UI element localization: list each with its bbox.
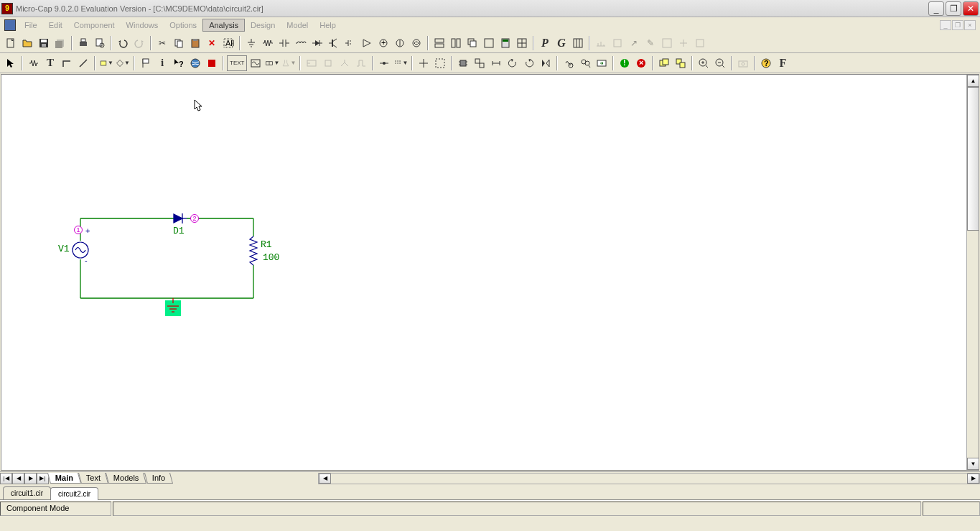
mdi-minimize-button[interactable]: _ [940,20,951,30]
tab-nav-first[interactable]: |◀ [0,473,12,484]
run-icon[interactable]: ! [617,55,633,71]
zoom-in-icon[interactable] [696,55,711,71]
scroll-down-button[interactable]: ▼ [967,458,979,470]
copy-icon[interactable] [171,35,187,51]
g-button[interactable]: G [554,35,569,51]
select-all-icon[interactable]: All [220,35,236,51]
stop-icon[interactable] [204,55,220,71]
menu-help[interactable]: Help [314,19,342,31]
minimize-button[interactable]: _ [928,1,944,16]
menu-options[interactable]: Options [164,19,202,31]
tab-models[interactable]: Models [106,473,146,484]
grid-window-icon[interactable] [570,35,586,51]
mdi-close-button[interactable]: × [964,20,976,30]
menu-file[interactable]: File [19,19,43,31]
p-button[interactable]: P [537,35,553,51]
info-icon[interactable]: i [154,55,170,71]
crosshair-icon[interactable] [416,55,431,71]
menu-model[interactable]: Model [281,19,314,31]
help-cursor-icon[interactable]: ? [171,55,187,71]
branch-icon[interactable] [337,55,353,71]
camera-icon[interactable] [735,55,751,71]
shape-diamond-icon[interactable]: ▼ [115,55,131,71]
rotate-cw-icon[interactable] [521,55,537,71]
menu-windows[interactable]: Windows [121,19,164,31]
menu-analysis[interactable]: Analysis [202,19,245,32]
source-v-icon[interactable]: + [375,35,391,51]
measure-icon[interactable]: ▼ [264,55,280,71]
paste-icon[interactable] [187,35,203,51]
print-icon[interactable] [75,35,91,51]
undo-icon[interactable] [115,35,131,51]
open-file-icon[interactable] [19,35,35,51]
dimension-icon[interactable] [488,55,504,71]
connector-icon[interactable] [376,55,392,71]
capacitor-icon[interactable] [276,35,292,51]
globe-icon[interactable] [187,55,203,71]
print-preview-icon[interactable] [92,35,108,51]
flask-icon[interactable]: ▼ [281,55,297,71]
close-button[interactable]: ✕ [963,1,979,16]
dots-icon[interactable]: ▼ [393,55,409,71]
stack-icon[interactable] [673,55,689,71]
save-icon[interactable] [36,35,52,51]
scroll-thumb[interactable] [967,87,979,231]
tab-nav-prev[interactable]: ◀ [12,473,24,484]
group-icon[interactable] [472,55,487,71]
file-tab-circuit1[interactable]: circuit1.cir [3,486,51,499]
menu-component[interactable]: Component [68,19,121,31]
cut-icon[interactable]: ✂ [154,35,170,51]
select-mode-icon[interactable] [3,55,19,71]
copy-block-icon[interactable] [656,55,672,71]
vertical-scrollbar[interactable]: ▲ ▼ [966,75,979,470]
opamp-icon[interactable] [359,35,375,51]
mosfet-icon[interactable] [342,35,358,51]
flag-icon[interactable] [138,55,154,71]
tab-nav-last[interactable]: ▶| [37,473,49,484]
schematic-canvas[interactable]: + - 1 2 V1 D1 R1 100 ▲ [1,74,979,471]
rotate-ccw-icon[interactable] [505,55,521,71]
battery-icon[interactable] [409,35,424,51]
new-file-icon[interactable] [3,35,19,51]
tab-nav-next[interactable]: ▶ [24,473,37,484]
save-all-icon[interactable] [52,35,68,51]
menu-edit[interactable]: Edit [43,19,68,31]
npn-icon[interactable] [326,35,342,51]
text-mode-icon[interactable]: T [42,55,58,71]
scroll-right-button[interactable]: ▶ [967,474,979,484]
ground-icon[interactable] [243,35,259,51]
tab-main[interactable]: Main [47,473,81,484]
chip-icon[interactable] [455,55,471,71]
flip-icon[interactable] [538,55,554,71]
source-i-icon[interactable] [392,35,408,51]
font-icon[interactable]: F [775,55,790,71]
calculator-icon[interactable] [498,35,513,51]
text-label-icon[interactable]: TEXT [227,55,247,71]
page-bounds-icon[interactable] [432,55,448,71]
file-tab-circuit2[interactable]: circuit2.cir [50,487,98,500]
window-max-icon[interactable] [481,35,497,51]
maximize-button[interactable]: ❐ [946,1,961,16]
delete-icon[interactable]: ✕ [204,35,220,51]
scroll-up-button[interactable]: ▲ [967,75,979,87]
scroll-left-button[interactable]: ◀ [319,474,331,484]
grid-icon[interactable] [514,35,530,51]
mdi-restore-button[interactable]: ❐ [952,20,963,30]
diode-icon[interactable] [309,35,325,51]
help-icon[interactable]: ? [758,55,774,71]
pulse-icon[interactable] [353,55,369,71]
window-cascade-icon[interactable] [465,35,480,51]
window-tile-v-icon[interactable] [448,35,464,51]
inductor-icon[interactable] [293,35,309,51]
menu-design[interactable]: Design [245,19,281,31]
wire-mode-icon[interactable] [59,55,75,71]
box-left-icon[interactable] [304,55,319,71]
tab-text[interactable]: Text [78,473,108,484]
find-component-icon[interactable] [561,55,577,71]
stop-run-icon[interactable]: × [633,55,649,71]
window-tile-h-icon[interactable] [431,35,447,51]
waveform-box-icon[interactable] [248,55,263,71]
tab-info[interactable]: Info [144,473,173,484]
resistor-icon[interactable] [260,35,276,51]
horizontal-scrollbar[interactable]: ◀ ▶ [318,473,980,484]
